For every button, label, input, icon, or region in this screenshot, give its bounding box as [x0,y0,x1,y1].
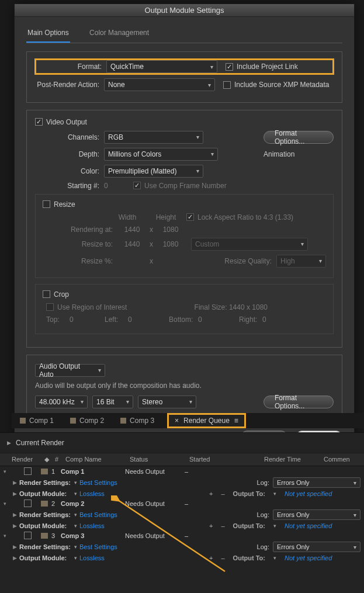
audio-depth-select[interactable]: 16 Bit [92,396,133,408]
audio-channels-select[interactable]: Stereo [138,396,196,408]
color-label: Color: [35,167,99,175]
output-module-link[interactable]: Lossless [79,554,105,561]
remove-output-icon[interactable]: – [221,522,224,529]
format-select[interactable]: QuickTime [106,60,217,73]
resize-checkbox[interactable]: Resize [43,200,75,209]
queue-row[interactable]: ▾3Comp 3Needs Output– [0,530,364,540]
tab-comp-3[interactable]: Comp 3 [112,413,162,428]
dialog-title: Output Module Settings [15,4,354,17]
codec-text: Animation [264,150,334,158]
tab-comp-1[interactable]: Comp 1 [12,413,62,428]
audio-note: Audio will be output only if the composi… [35,382,334,390]
audio-output-select[interactable]: Audio Output Auto [35,364,105,377]
video-format-options-button[interactable]: Format Options... [264,131,334,144]
add-output-icon[interactable]: + [209,554,213,561]
post-render-select[interactable]: None [104,78,215,91]
queue-item: ▾3Comp 3Needs Output–▶Render Settings:▾B… [0,530,364,563]
include-xmp-checkbox[interactable]: Include Source XMP Metadata [223,81,330,89]
chevron-right-icon[interactable]: ▶ [13,491,17,497]
lock-aspect-checkbox: Lock Aspect Ratio to 4:3 (1.33) [186,213,293,221]
tab-color-management[interactable]: Color Management [88,25,150,41]
current-render-header[interactable]: ▶ Current Render [0,433,364,453]
comp-swatch [41,501,48,507]
close-icon[interactable]: × [175,417,179,425]
render-settings-link[interactable]: Best Settings [79,511,117,518]
depth-select[interactable]: Millions of Colors [104,148,218,161]
format-label: Format: [37,63,102,71]
menu-icon[interactable]: ≡ [234,417,238,425]
comp-swatch [41,469,48,474]
chevron-down-icon[interactable]: ▾ [4,501,6,507]
chevron-down-icon[interactable]: ▾ [4,469,6,474]
output-module-link[interactable]: Lossless [79,522,105,529]
queue-header: Render ◆ # Comp Name Status Started Rend… [0,453,364,466]
color-select[interactable]: Premultiplied (Matted) [104,165,203,178]
remove-output-icon[interactable]: – [221,490,224,497]
resize-preset-select: Custom [191,238,308,251]
audio-format-options-button[interactable]: Format Options... [264,396,334,408]
render-settings-link[interactable]: Best Settings [79,479,117,486]
output-to-link[interactable]: Not yet specified [285,554,360,561]
log-select[interactable]: Errors Only [273,477,360,488]
use-comp-frame-checkbox: Use Comp Frame Number [133,182,227,190]
chevron-right-icon[interactable]: ▶ [13,480,17,486]
add-output-icon[interactable]: + [209,490,213,497]
log-select[interactable]: Errors Only [273,542,360,552]
panel-tabs: Comp 1 Comp 2 Comp 3 × Render Queue ≡ [12,413,364,428]
channels-label: Channels: [35,133,99,141]
render-queue-panel: ▶ Current Render Render ◆ # Comp Name St… [0,432,364,593]
log-select[interactable]: Errors Only [273,509,360,520]
use-roi-checkbox: Use Region of Interest [46,303,127,311]
chevron-right-icon[interactable]: ▶ [13,544,17,550]
output-module-link[interactable]: Lossless [79,490,105,497]
chevron-right-icon[interactable]: ▶ [13,512,17,518]
output-module-dialog: Output Module Settings Main Options Colo… [14,4,355,455]
chevron-down-icon[interactable]: ▾ [4,533,6,539]
remove-output-icon[interactable]: – [221,554,224,561]
post-render-label: Post-Render Action: [35,81,99,89]
render-settings-link[interactable]: Best Settings [79,543,117,550]
include-project-link-checkbox[interactable]: Include Project Link [226,63,298,71]
depth-label: Depth: [35,150,99,158]
chevron-right-icon[interactable]: ▶ [13,523,17,529]
queue-row[interactable]: ▾2Comp 2Needs Output– [0,498,364,508]
comp-swatch [41,533,48,539]
render-checkbox[interactable] [24,467,32,475]
output-to-link[interactable]: Not yet specified [285,490,360,497]
audio-rate-select[interactable]: 48.000 kHz [35,396,88,408]
chevron-right-icon: ▶ [7,440,11,446]
output-to-link[interactable]: Not yet specified [285,522,360,529]
render-checkbox[interactable] [24,500,32,507]
render-checkbox[interactable] [24,532,32,539]
tab-main-options[interactable]: Main Options [26,25,70,43]
video-output-checkbox[interactable]: Video Output [35,118,87,126]
queue-item: ▾2Comp 2Needs Output–▶Render Settings:▾B… [0,498,364,530]
chevron-right-icon[interactable]: ▶ [13,555,17,561]
queue-row[interactable]: ▾1Comp 1Needs Output– [0,466,364,476]
dialog-tabs: Main Options Color Management [26,25,342,43]
queue-item: ▾1Comp 1Needs Output–▶Render Settings:▾B… [0,466,364,498]
resize-quality-select: High [276,255,326,268]
starting-num-label: Starting #: [35,182,99,190]
channels-select[interactable]: RGB [104,131,203,144]
tab-comp-2[interactable]: Comp 2 [62,413,112,428]
starting-num-value: 0 [104,182,133,190]
add-output-icon[interactable]: + [209,522,213,529]
crop-checkbox[interactable]: Crop [43,290,69,299]
tab-render-queue[interactable]: × Render Queue ≡ [167,413,246,428]
